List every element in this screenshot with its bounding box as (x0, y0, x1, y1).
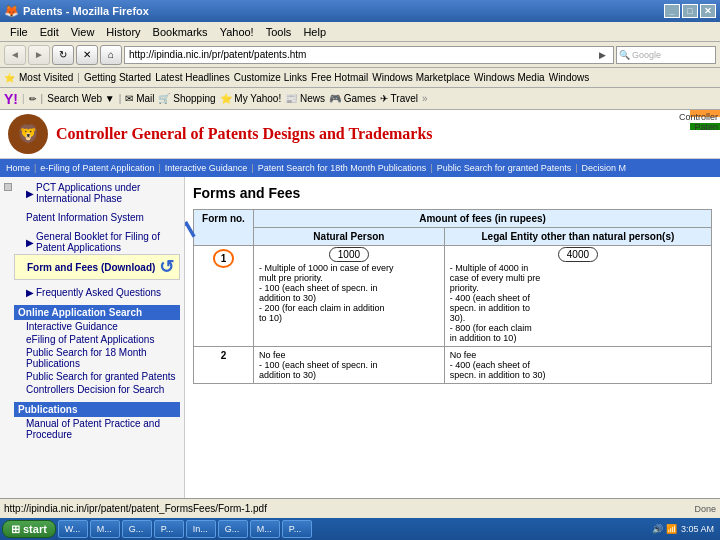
maximize-button[interactable]: □ (682, 4, 698, 18)
taskbar-item-7[interactable]: M... (250, 520, 280, 538)
sidebar-pct-applications[interactable]: ▶ PCT Applications under International P… (14, 181, 180, 205)
menu-help[interactable]: Help (297, 24, 332, 40)
bookmark-windows[interactable]: Windows (549, 72, 590, 83)
toolbar-my-yahoo[interactable]: ⭐ My Yahoo! (220, 93, 282, 104)
clock: 3:05 AM (681, 524, 714, 534)
sidebar-online-search: Interactive Guidance eFiling of Patent A… (14, 320, 180, 396)
taskbar-item-1[interactable]: W... (58, 520, 88, 538)
menu-yahoo[interactable]: Yahoo! (214, 24, 260, 40)
sidebar-efiling-apps[interactable]: eFiling of Patent Applications (14, 333, 180, 346)
bookmark-customize[interactable]: Customize Links (234, 72, 307, 83)
menu-bookmarks[interactable]: Bookmarks (147, 24, 214, 40)
menu-view[interactable]: View (65, 24, 101, 40)
taskbar-item-6[interactable]: G... (218, 520, 248, 538)
sidebar-general-booklet[interactable]: ▶ General Booklet for Filing of Patent A… (14, 230, 180, 254)
browser-content: 🦁 Controller General of Patents Designs … (0, 110, 720, 498)
tab-interactive[interactable]: Interactive Guidance (163, 163, 250, 173)
refresh-button[interactable]: ↻ (52, 45, 74, 65)
table-row: 2 No fee - 100 (each sheet of specn. ina… (194, 347, 712, 384)
toolbar-shopping[interactable]: 🛒 Shopping (158, 93, 215, 104)
back-button[interactable]: ◄ (4, 45, 26, 65)
sidebar-patent-information[interactable]: Patent Information System (14, 211, 180, 224)
table-header-amount: Amount of fees (in rupees) (254, 210, 712, 228)
nav-bar: ◄ ► ↻ ✕ ⌂ http://ipindia.nic.in/pr/paten… (0, 42, 720, 68)
arrow-icon-2: ▶ (26, 237, 34, 248)
form-2-legal: No fee - 400 (each sheet ofspecn. in add… (444, 347, 711, 384)
main-content: ▶ PCT Applications under International P… (0, 177, 720, 498)
arrow-icon-3: ▶ (26, 287, 34, 298)
tab-public-search[interactable]: Public Search for granted Patents (435, 163, 574, 173)
toolbar-search-web[interactable]: Search Web ▼ (47, 93, 115, 104)
menu-file[interactable]: File (4, 24, 34, 40)
tab-home[interactable]: Home (4, 163, 32, 173)
home-button[interactable]: ⌂ (100, 45, 122, 65)
form-1-natural: 1000 - Multiple of 1000 in case of every… (254, 246, 445, 347)
browser-icon: 🦊 (4, 4, 19, 18)
page-title: Controller General of Patents Designs an… (56, 125, 433, 143)
taskbar: ⊞ start W... M... G... P... In... G... M… (0, 518, 720, 540)
go-button[interactable]: ▶ (596, 50, 609, 60)
bookmark-getting-started[interactable]: Getting Started (84, 72, 151, 83)
bookmark-hotmail[interactable]: Free Hotmail (311, 72, 368, 83)
title-bar: 🦊 Patents - Mozilla Firefox _ □ ✕ (0, 0, 720, 22)
sidebar-public-search-18[interactable]: Public Search for 18 Month Publications (14, 346, 180, 370)
sidebar-faq-item[interactable]: ▶ Frequently Asked Questions (14, 286, 180, 299)
toolbar-news[interactable]: 📰 News (285, 93, 325, 104)
toolbar-games[interactable]: 🎮 Games (329, 93, 376, 104)
minimize-button[interactable]: _ (664, 4, 680, 18)
form-2-natural-text: No fee - 100 (each sheet of specn. inadd… (259, 350, 439, 380)
sidebar-online-search-header[interactable]: Online Application Search (14, 305, 180, 320)
window-controls[interactable]: _ □ ✕ (664, 4, 716, 18)
bookmark-windows-media[interactable]: Windows Media (474, 72, 545, 83)
taskbar-item-4[interactable]: P... (154, 520, 184, 538)
toolbar-travel[interactable]: ✈ Travel (380, 93, 418, 104)
natural-amount-1: 1000 (329, 247, 369, 262)
forward-button[interactable]: ► (28, 45, 50, 65)
paten-label: Paten (694, 122, 718, 132)
start-label: start (23, 523, 47, 535)
status-bar: http://ipindia.nic.in/ipr/patent/patent_… (0, 498, 720, 518)
bookmarks-bar: ⭐ Most Visited | Getting Started Latest … (0, 68, 720, 88)
search-placeholder: Google (632, 50, 661, 60)
sidebar-patent-info: Patent Information System (14, 211, 180, 224)
form-1-highlight: 1 (213, 249, 235, 268)
tab-search-18[interactable]: Patent Search for 18th Month Publication… (256, 163, 429, 173)
taskbar-item-5[interactable]: In... (186, 520, 216, 538)
tab-efiling[interactable]: e-Filing of Patent Application (38, 163, 156, 173)
yahoo-toolbar: Y! | ✏ | Search Web ▼ | ✉ Mail 🛒 Shoppin… (0, 88, 720, 110)
bookmark-marketplace[interactable]: Windows Marketplace (372, 72, 470, 83)
sidebar-pct: ▶ PCT Applications under International P… (14, 181, 180, 205)
sidebar-manual[interactable]: Manual of Patent Practice and Procedure (14, 417, 180, 441)
content-area: ↰ Forms and Fees Form no. Amount of fees… (185, 177, 720, 498)
stop-button[interactable]: ✕ (76, 45, 98, 65)
sidebar-scroll[interactable] (4, 183, 12, 191)
sidebar-interactive-guidance[interactable]: Interactive Guidance (14, 320, 180, 333)
menu-history[interactable]: History (100, 24, 146, 40)
taskbar-item-8[interactable]: P... (282, 520, 312, 538)
zoom-label: Done (694, 504, 716, 514)
table-header-legal: Legal Entity other than natural person(s… (444, 228, 711, 246)
bookmark-most-visited[interactable]: Most Visited (19, 72, 73, 83)
sidebar-publications-header[interactable]: Publications (14, 402, 180, 417)
search-box[interactable]: 🔍 Google (616, 46, 716, 64)
toolbar-mail[interactable]: ✉ Mail (125, 93, 154, 104)
form-no-2: 2 (194, 347, 254, 384)
taskbar-item-3[interactable]: G... (122, 520, 152, 538)
natural-notes-1: - Multiple of 1000 in case of everymult … (259, 263, 439, 323)
taskbar-right: 🔊 📶 3:05 AM (652, 524, 718, 534)
sidebar-public-search-granted[interactable]: Public Search for granted Patents (14, 370, 180, 383)
bookmark-latest-headlines[interactable]: Latest Headlines (155, 72, 230, 83)
menu-tools[interactable]: Tools (260, 24, 298, 40)
menu-edit[interactable]: Edit (34, 24, 65, 40)
taskbar-item-2[interactable]: M... (90, 520, 120, 538)
form-1-legal: 4000 - Multiple of 4000 incase of every … (444, 246, 711, 347)
close-button[interactable]: ✕ (700, 4, 716, 18)
sidebar-form-fees[interactable]: Form and Fees (Download) ↺ (14, 254, 180, 280)
start-button[interactable]: ⊞ start (2, 520, 56, 538)
sidebar: ▶ PCT Applications under International P… (0, 177, 185, 498)
sidebar-controllers-decision[interactable]: Controllers Decision for Search (14, 383, 180, 396)
address-bar[interactable]: http://ipindia.nic.in/pr/patent/patents.… (124, 46, 614, 64)
legal-notes-1: - Multiple of 4000 incase of every multi… (450, 263, 706, 343)
tab-decision[interactable]: Decision M (580, 163, 629, 173)
form-2-legal-text: No fee - 400 (each sheet ofspecn. in add… (450, 350, 706, 380)
